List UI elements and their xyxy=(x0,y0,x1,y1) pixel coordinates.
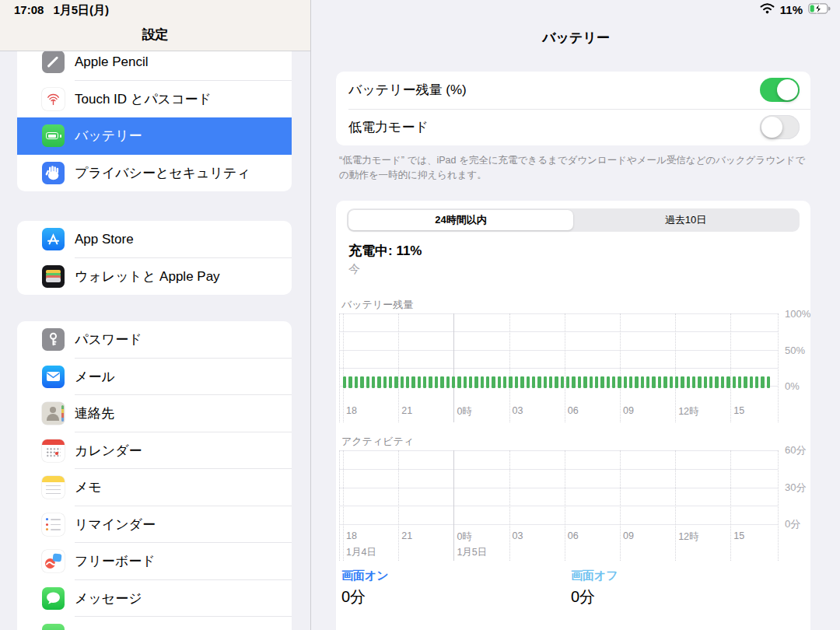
status-right: 11% xyxy=(760,3,831,16)
sidebar-item-contacts[interactable]: 連絡先 xyxy=(17,395,292,432)
y-tick-label: 0% xyxy=(785,380,800,392)
reminders-icon xyxy=(42,513,65,536)
date-label: 1月5日 xyxy=(457,546,487,559)
tab-last-10-days[interactable]: 過去10日 xyxy=(573,210,798,230)
messages-icon xyxy=(42,587,65,610)
x-tick-label: 06 xyxy=(568,405,579,416)
x-tick-label: 03 xyxy=(513,405,523,416)
low-power-footnote: “低電力モード” では、iPad を完全に充電できるまでダウンロードやメール受信… xyxy=(339,153,806,183)
sidebar-item-wallet[interactable]: ウォレットと Apple Pay xyxy=(17,258,292,296)
sidebar-item-privacy[interactable]: プライバシーとセキュリティ xyxy=(17,155,292,192)
sidebar-item-label: App Store xyxy=(75,232,134,247)
touch-id-icon xyxy=(42,88,65,110)
sidebar-group: Apple PencilTouch ID とパスコードバッテリープライバシーとセ… xyxy=(17,44,292,191)
status-date: 1月5日(月) xyxy=(53,3,109,18)
x-tick-label: 15 xyxy=(733,530,744,541)
x-tick-label: 21 xyxy=(401,530,412,541)
chart-plot-area: 18210時03060912時1560分30分0分1月4日1月5日 xyxy=(339,450,778,524)
y-tick-label: 0分 xyxy=(785,517,800,531)
x-tick-label: 18 xyxy=(346,405,357,416)
battery-level-chart-title: バッテリー残量 xyxy=(341,298,413,312)
charging-status: 充電中: 11% xyxy=(348,242,422,260)
sidebar-item-label: カレンダー xyxy=(75,442,142,460)
toggle-knob xyxy=(761,117,782,138)
time-range-segmented-control: 24時間以内 過去10日 xyxy=(347,208,800,232)
x-tick-label: 06 xyxy=(568,530,579,541)
y-tick-label: 30分 xyxy=(785,481,806,495)
sidebar-groups: Apple PencilTouch ID とパスコードバッテリープライバシーとセ… xyxy=(17,44,292,630)
date-label: 1月4日 xyxy=(346,546,376,559)
y-tick-label: 100% xyxy=(785,308,810,320)
mail-icon xyxy=(42,366,65,388)
x-tick-label: 12時 xyxy=(678,405,698,418)
screen-off-stat: 画面オフ 0分 xyxy=(571,569,800,607)
battery-settings-pane: バッテリー バッテリー残量 (%) 低電力モード “低電力モード” では、iPa… xyxy=(312,0,840,630)
sidebar-item-appstore[interactable]: App Store xyxy=(17,221,292,258)
sidebar-item-passwords[interactable]: パスワード xyxy=(17,321,292,359)
sidebar-item-label: Apple Pencil xyxy=(75,54,149,70)
screen-time-stats: 画面オン 0分 画面オフ 0分 xyxy=(341,569,800,607)
x-tick-label: 0時 xyxy=(457,530,471,544)
screen-on-value: 0分 xyxy=(341,586,571,607)
sidebar-item-label: 連絡先 xyxy=(75,404,114,422)
sidebar-item-messages[interactable]: メッセージ xyxy=(17,580,292,618)
sidebar-item-calendar[interactable]: カレンダー xyxy=(17,432,292,470)
screen-on-label: 画面オン xyxy=(341,569,571,583)
charging-status-time: 今 xyxy=(348,262,360,277)
x-tick-label: 15 xyxy=(733,405,744,416)
status-battery-percent: 11% xyxy=(780,3,803,16)
ipad-settings-screen: 17:08 1月5日(月) 11% Apple PencilTouch ID と… xyxy=(0,0,840,630)
sidebar-item-label: メモ xyxy=(75,478,102,496)
low-power-mode-toggle[interactable] xyxy=(760,115,800,139)
x-tick-label: 21 xyxy=(401,405,412,416)
sidebar-item-label: メッセージ xyxy=(75,590,142,607)
sidebar-item-facetime[interactable] xyxy=(17,617,292,630)
x-tick-label: 09 xyxy=(623,530,634,541)
freeform-icon xyxy=(42,550,65,572)
low-power-mode-row: 低電力モード xyxy=(336,109,810,146)
sidebar-item-label: リマインダー xyxy=(75,516,156,534)
sidebar-item-freeform[interactable]: フリーボード xyxy=(17,543,292,580)
sidebar-item-label: Touch ID とパスコード xyxy=(75,90,212,108)
passwords-icon xyxy=(42,328,65,351)
battery-usage-card: 24時間以内 過去10日 充電中: 11% 今 バッテリー残量 18210時03… xyxy=(336,201,810,630)
battery-percent-row: バッテリー残量 (%) xyxy=(336,72,810,109)
calendar-icon xyxy=(42,439,65,462)
status-bar: 17:08 1月5日(月) 11% xyxy=(0,0,840,19)
apple-pencil-icon xyxy=(42,51,65,73)
sidebar-item-notes[interactable]: メモ xyxy=(17,469,292,506)
privacy-icon xyxy=(42,162,65,184)
appstore-icon xyxy=(42,228,65,250)
tab-last-24-hours[interactable]: 24時間以内 xyxy=(348,210,573,230)
notes-icon xyxy=(42,476,65,499)
x-tick-label: 18 xyxy=(346,530,357,541)
screen-off-label: 画面オフ xyxy=(571,569,800,583)
battery-level-chart: 18210時03060912時15100%50%0% xyxy=(339,313,778,386)
battery-percent-toggle[interactable] xyxy=(760,78,800,102)
sidebar-item-mail[interactable]: メール xyxy=(17,359,292,396)
x-tick-label: 0時 xyxy=(457,405,471,418)
screen-on-stat: 画面オン 0分 xyxy=(341,569,571,607)
page-title: バッテリー xyxy=(312,29,840,47)
battery-level-bars xyxy=(343,376,770,388)
sidebar-item-label: パスワード xyxy=(75,331,142,348)
sidebar-item-label: ウォレットと Apple Pay xyxy=(75,268,220,285)
sidebar-group: パスワードメール連絡先カレンダーメモリマインダーフリーボードメッセージ xyxy=(17,321,292,630)
x-tick-label: 03 xyxy=(513,530,523,541)
activity-chart: 18210時03060912時1560分30分0分1月4日1月5日 xyxy=(339,450,778,524)
activity-chart-title: アクティビティ xyxy=(341,435,414,449)
battery-toggles-card: バッテリー残量 (%) 低電力モード xyxy=(336,72,810,145)
sidebar-item-touch-id[interactable]: Touch ID とパスコード xyxy=(17,81,292,118)
settings-sidebar: Apple PencilTouch ID とパスコードバッテリープライバシーとセ… xyxy=(0,0,311,630)
wifi-icon xyxy=(760,3,775,16)
sidebar-item-label: プライバシーとセキュリティ xyxy=(75,164,250,182)
battery-percent-label: バッテリー残量 (%) xyxy=(348,81,467,99)
screen-off-value: 0分 xyxy=(571,586,800,607)
contacts-icon xyxy=(42,402,65,425)
y-tick-label: 50% xyxy=(785,344,805,355)
chart-plot-area: 18210時03060912時15100%50%0% xyxy=(339,313,778,386)
x-tick-label: 09 xyxy=(623,405,634,416)
sidebar-item-label: バッテリー xyxy=(75,127,142,145)
sidebar-item-battery-app[interactable]: バッテリー xyxy=(17,117,292,155)
sidebar-item-reminders[interactable]: リマインダー xyxy=(17,506,292,544)
